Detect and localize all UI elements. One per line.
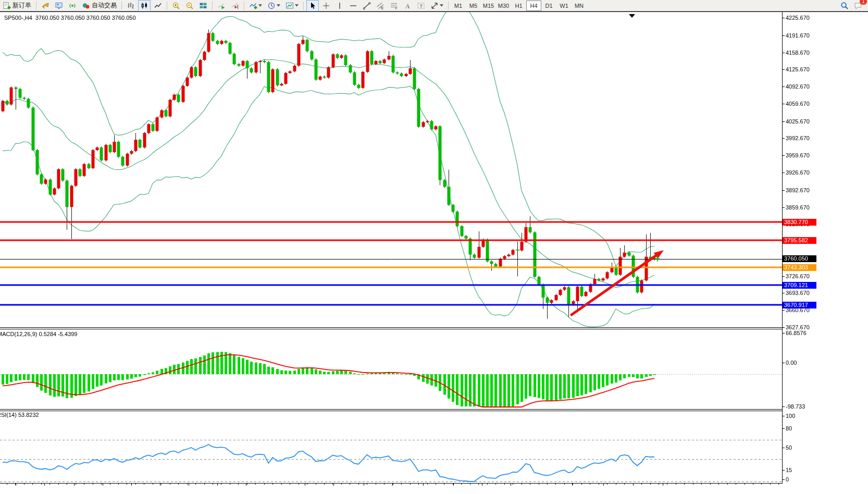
axis-tick — [782, 121, 785, 122]
auto-scroll-button[interactable] — [215, 0, 228, 11]
horn-icon-button[interactable] — [39, 0, 52, 11]
timeframe-button-w1[interactable]: W1 — [556, 1, 572, 11]
time-axis-minor-tick — [84, 484, 84, 485]
notifications-button[interactable]: 1 — [852, 0, 864, 11]
axis-tick — [782, 310, 785, 311]
tiles-icon — [199, 2, 207, 10]
time-axis-minor-tick — [401, 484, 402, 485]
pane-separator[interactable] — [0, 411, 783, 411]
timeframe-button-h1[interactable]: H1 — [511, 1, 526, 11]
periods-button[interactable] — [265, 0, 282, 11]
time-axis-tick — [423, 484, 424, 486]
timeframe-button-mn[interactable]: MN — [572, 1, 587, 11]
price-axis-label: 4092.670 — [786, 83, 810, 90]
equidistant-channel-tool-button[interactable]: E — [374, 0, 387, 11]
crosshair-tool-button[interactable] — [320, 0, 332, 11]
time-axis-minor-tick — [332, 484, 333, 485]
crosshair-icon — [322, 2, 330, 10]
time-axis-minor-tick — [555, 484, 556, 485]
time-axis-tick — [74, 484, 75, 486]
new-order-button[interactable]: 新订单 — [1, 0, 33, 11]
chart-shift-button[interactable] — [229, 0, 241, 11]
cursor-tool-button[interactable] — [306, 0, 319, 11]
chevron-down-icon[interactable] — [440, 4, 443, 7]
time-axis-minor-tick — [118, 484, 119, 485]
time-axis-minor-tick — [299, 484, 299, 485]
price-axis-label: 4225.670 — [786, 15, 810, 21]
vertical-line-tool-button[interactable] — [333, 0, 346, 11]
rsi-axis-label: 80 — [786, 425, 792, 431]
zoom-in-button[interactable] — [170, 0, 182, 11]
axis-tick — [782, 138, 785, 139]
time-axis-minor-tick — [667, 484, 667, 485]
time-axis-minor-tick — [341, 484, 342, 485]
axis-tick — [782, 104, 785, 104]
rsi-label: RSI(14) 53.8232 — [0, 412, 39, 418]
axis-tick — [782, 428, 785, 429]
tile-windows-button[interactable] — [197, 0, 209, 11]
time-axis-minor-tick — [127, 484, 127, 485]
pane-separator[interactable] — [0, 327, 783, 328]
toolbar: 新订单自动交易EFATM1M5M15M30H1H4D1W1MN1 — [0, 0, 868, 11]
time-axis-minor-tick — [461, 484, 462, 485]
timeframe-button-m1[interactable]: M1 — [451, 1, 466, 11]
time-axis-minor-tick — [410, 484, 411, 485]
time-axis-minor-tick — [170, 484, 170, 485]
price-axis-label: 3726.670 — [786, 273, 810, 279]
time-axis-minor-tick — [101, 484, 102, 485]
rsi-indicator-canvas[interactable] — [0, 411, 783, 483]
time-axis-tick — [453, 484, 454, 486]
arrows-tool-button[interactable] — [428, 0, 445, 11]
time-axis-minor-tick — [539, 484, 539, 485]
time-axis-minor-tick — [745, 484, 745, 485]
svg-text:T: T — [420, 3, 423, 8]
auto-trading-button[interactable]: 自动交易 — [80, 0, 119, 11]
zoom-out-button[interactable] — [183, 0, 196, 11]
main-price-chart-canvas[interactable] — [0, 12, 783, 328]
line-chart-button[interactable] — [152, 0, 164, 11]
pane-separator — [0, 483, 783, 484]
pane-separator[interactable] — [0, 329, 783, 329]
chevron-down-icon[interactable] — [277, 4, 280, 7]
time-axis-minor-tick — [230, 484, 230, 485]
text-label-tool-button[interactable]: T — [415, 0, 427, 11]
price-axis-label: 3859.670 — [786, 204, 810, 211]
price-axis-label: 3892.670 — [786, 187, 810, 193]
time-axis-minor-tick — [487, 484, 488, 485]
rsi-axis-label: 15 — [786, 467, 792, 473]
macd-axis-label: 66.8576 — [786, 330, 807, 336]
chevron-down-icon[interactable] — [258, 4, 262, 7]
timeframe-button-m5[interactable]: M5 — [466, 1, 481, 11]
indicators-button[interactable] — [247, 0, 264, 11]
fibonacci-tool-button[interactable]: F — [388, 0, 400, 11]
channel-icon: E — [376, 2, 385, 10]
market-watch-button[interactable] — [53, 0, 65, 11]
svg-text:E: E — [381, 6, 384, 9]
timeframe-button-d1[interactable]: D1 — [541, 1, 556, 11]
time-axis-minor-tick — [384, 484, 385, 485]
time-axis-minor-tick — [358, 484, 359, 485]
text-tool-button[interactable]: A — [401, 0, 414, 11]
time-axis-tick — [44, 484, 45, 486]
time-axis-tick — [482, 484, 482, 486]
chevron-down-icon[interactable] — [295, 4, 299, 7]
timeframe-button-m15[interactable]: M15 — [481, 1, 496, 11]
candlestick-chart-button[interactable] — [138, 0, 151, 11]
autotrade-icon — [82, 2, 90, 10]
time-axis-minor-tick — [727, 484, 728, 485]
timeframe-button-m30[interactable]: M30 — [496, 1, 511, 11]
bar-chart-button[interactable] — [125, 0, 137, 11]
macd-indicator-canvas[interactable] — [0, 329, 783, 409]
trendline-tool-button[interactable] — [361, 0, 373, 11]
search-button[interactable] — [838, 0, 851, 11]
axis-tick — [782, 53, 785, 53]
time-axis-minor-tick — [736, 484, 736, 485]
price-axis-label: 3926.670 — [786, 169, 810, 176]
time-axis-minor-tick — [135, 484, 136, 485]
templates-button[interactable] — [283, 0, 301, 11]
timeframe-button-h4[interactable]: H4 — [526, 1, 541, 11]
horizontal-line-tool-button[interactable] — [347, 0, 359, 11]
signals-button[interactable] — [66, 0, 79, 11]
pane-separator[interactable] — [0, 409, 783, 410]
tline-icon — [363, 2, 371, 10]
